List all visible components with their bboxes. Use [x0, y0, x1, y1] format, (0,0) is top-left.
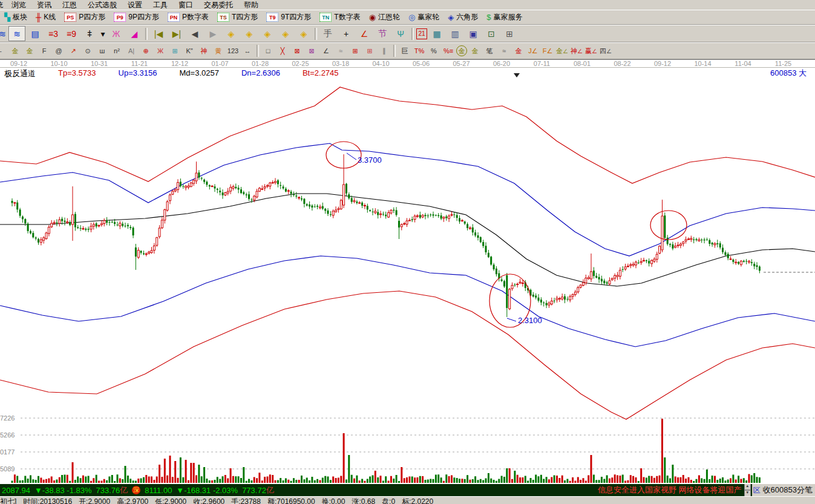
box-rays-2-icon[interactable]: ⊠	[305, 45, 318, 57]
menu-item-0[interactable]: 浏览	[6, 0, 31, 10]
notes-icon[interactable]: ▤	[27, 26, 44, 41]
gold-red-icon[interactable]: 金	[512, 45, 525, 57]
percent-lines-icon[interactable]: %≡	[442, 45, 455, 57]
trend-zone-icon[interactable]: ≋	[8, 26, 25, 41]
spinner-control[interactable]: ▲▼	[744, 484, 751, 496]
calendar-icon[interactable]: 21	[416, 28, 427, 39]
menu-item-partial[interactable]: 统	[0, 0, 6, 10]
menu-item-4[interactable]: 设置	[122, 0, 148, 10]
shen-angle-icon[interactable]: 神∠	[570, 45, 583, 57]
hand-tool-icon[interactable]: 手	[319, 26, 336, 41]
grid-box-icon[interactable]: ⊞	[168, 45, 182, 57]
ruler-123-icon[interactable]: 123	[226, 45, 240, 57]
span-measure-icon[interactable]: ↔	[241, 45, 254, 57]
angle-measure-icon[interactable]: ∠	[356, 26, 373, 41]
t-percent-icon[interactable]: T%	[413, 45, 426, 57]
menu-item-8[interactable]: 帮助	[238, 0, 264, 10]
sectors-button[interactable]: ▚板块	[0, 11, 31, 23]
square-tool-icon[interactable]: □	[261, 45, 275, 57]
last-page-icon[interactable]: ▶|	[168, 26, 185, 41]
crosshair-icon[interactable]: +	[338, 26, 355, 41]
t-table-button[interactable]: TNT数字表	[315, 11, 364, 23]
bars-9-icon[interactable]: ≡9	[63, 26, 80, 41]
p9-square-button[interactable]: P99P四方形	[110, 11, 163, 23]
brush-icon[interactable]: 笔	[483, 45, 496, 57]
mirror-icon[interactable]: A|	[125, 45, 138, 57]
kline-button[interactable]: ╫K线	[31, 11, 60, 23]
starburst-icon[interactable]: Ж	[154, 45, 167, 57]
diamond-left-icon[interactable]: ◈	[223, 26, 240, 41]
rocket-ruler-icon[interactable]: ↗	[67, 45, 80, 57]
candle-style-icon[interactable]: ǂ	[81, 26, 98, 41]
box-rays-icon[interactable]: ⊠	[290, 45, 304, 57]
calculator-icon[interactable]: ▦	[428, 26, 445, 41]
menu-item-2[interactable]: 江恩	[57, 0, 82, 10]
gold-grid-icon[interactable]: 金	[8, 45, 22, 57]
grid-target-icon[interactable]: ⊞	[363, 45, 376, 57]
f-angle-icon[interactable]: F∠	[541, 45, 554, 57]
diamond-expand-icon[interactable]: ◈	[259, 26, 276, 41]
export-icon[interactable]: ⊡	[483, 26, 500, 41]
diamond-right-icon[interactable]: ◈	[241, 26, 258, 41]
angle-lines-icon[interactable]: ∠	[319, 45, 333, 57]
candlestick-chart-canvas[interactable]: 3.37002.3100	[0, 60, 815, 484]
n2-ruler-icon[interactable]: n²	[110, 45, 123, 57]
four-angle-icon[interactable]: 四∠	[599, 45, 612, 57]
chart-area[interactable]: 3.37002.3100 09-1210-1010-3111-2112-1201…	[0, 59, 815, 484]
t-square-button[interactable]: TST四方形	[213, 11, 262, 23]
pattern-icon[interactable]: Ж	[108, 26, 125, 41]
diamond-center-icon[interactable]: ◈	[295, 26, 312, 41]
comb-ruler-icon[interactable]: ш	[96, 45, 109, 57]
scale-ruler-icon[interactable]: 巨	[398, 45, 411, 57]
percent-icon[interactable]: %	[427, 45, 440, 57]
shen-tool-icon[interactable]: 神	[197, 45, 211, 57]
menu-item-6[interactable]: 窗口	[173, 0, 198, 10]
diamond-compress-icon[interactable]: ◈	[277, 26, 294, 41]
save-icon[interactable]: ▣	[465, 26, 482, 41]
date-tick-13: 07-11	[534, 60, 550, 67]
print-icon[interactable]: ⊞	[501, 26, 518, 41]
p-square-button[interactable]: PSP四方形	[60, 11, 110, 23]
zigzag-icon[interactable]: ≈	[334, 45, 347, 57]
circle-gold-icon[interactable]: 金	[456, 45, 467, 56]
gann-wheel-button[interactable]: ◉江恩轮	[365, 11, 404, 23]
f-grid-icon[interactable]: F	[38, 45, 51, 57]
gann-tool-icon[interactable]: 节	[374, 26, 391, 41]
j-angle-icon[interactable]: J∠	[526, 45, 540, 57]
menu-item-3[interactable]: 公式选股	[82, 0, 122, 10]
tick-data-label: 收600853分笔	[762, 484, 815, 496]
gold-lines-icon[interactable]: 金	[468, 45, 482, 57]
gold-grid-2-icon[interactable]: 金	[23, 45, 36, 57]
next-page-icon[interactable]: ▶	[205, 26, 221, 41]
rays-icon[interactable]: ╳	[276, 45, 289, 57]
huang-tool-icon[interactable]: 黄	[212, 45, 225, 57]
candle-style-caret-icon[interactable]: ▾	[99, 26, 106, 41]
chips-icon[interactable]: Ψ	[392, 26, 409, 41]
profile-chart-icon[interactable]: ◢	[126, 26, 143, 41]
menu-item-7[interactable]: 交易委托	[198, 0, 238, 10]
t9-square-button[interactable]: T99T四方形	[262, 11, 315, 23]
prev-page-icon[interactable]: ◀	[186, 26, 203, 41]
menu-item-5[interactable]: 工具	[148, 0, 173, 10]
gold-angle-icon[interactable]: 金∠	[555, 45, 569, 57]
k-quote-icon[interactable]: K"	[183, 45, 196, 57]
compass-icon[interactable]: ⊕	[139, 45, 152, 57]
bars-3-icon[interactable]: ≡3	[45, 26, 62, 41]
ticker-icon[interactable]: 区	[752, 484, 762, 496]
red-grid-icon[interactable]: ⊞	[349, 45, 362, 57]
win-angle-icon[interactable]: 赢∠	[584, 45, 598, 57]
winner-wheel-button[interactable]: ◎赢家轮	[404, 11, 444, 23]
partial-tool-icon[interactable]: -	[0, 45, 7, 57]
date-tick-17: 10-14	[694, 60, 711, 67]
parallel-lines-icon[interactable]: ∥	[378, 45, 391, 57]
hexagon-button[interactable]: ◈六角形	[444, 11, 482, 23]
winner-service-button[interactable]: $赢家服务	[482, 11, 526, 23]
first-page-icon[interactable]: |◀	[150, 26, 167, 41]
menu-item-1[interactable]: 资讯	[31, 0, 57, 10]
p-table-button[interactable]: PNP数字表	[163, 11, 213, 23]
wave-icon[interactable]: ≈	[497, 45, 511, 57]
cycle-ruler-icon[interactable]: ⊙	[81, 45, 94, 57]
partial-wave-icon[interactable]: ≋	[0, 26, 8, 41]
spiral-icon[interactable]: @	[52, 45, 65, 57]
notepad-icon[interactable]: ▥	[447, 26, 463, 41]
